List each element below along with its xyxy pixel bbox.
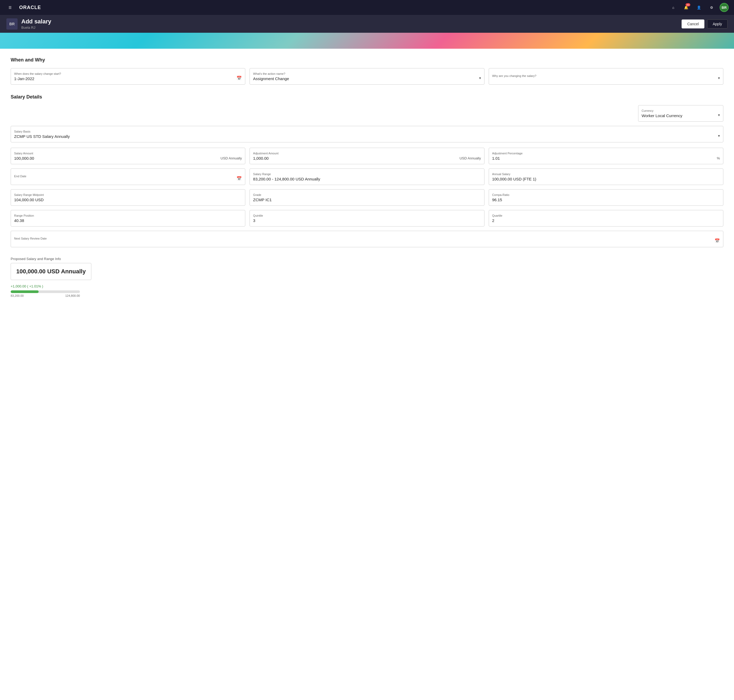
adjustment-pct-field[interactable]: Adjustment Percentage 1.01 % [489, 148, 723, 164]
progress-bar-fill [11, 290, 38, 293]
salary-amount-field[interactable]: Salary Amount 100,000.00 USD Annually [11, 148, 245, 164]
action-name-field[interactable]: What's the action name? Assignment Chang… [249, 68, 484, 85]
range-position-label: Range Position [14, 214, 242, 217]
salary-amount-value: 100,000.00 [14, 156, 34, 160]
profile-icon-button[interactable]: 👤 [694, 3, 704, 12]
grade-label: Grade [253, 193, 481, 196]
page-title: Add salary [21, 18, 52, 25]
currency-value: Worker Local Currency [641, 113, 720, 118]
settings-button[interactable]: ⚙ [707, 3, 716, 12]
proposed-salary-box: 100,000.00 USD Annually [11, 263, 91, 280]
proposed-salary-section: Proposed Salary and Range Info 100,000.0… [11, 257, 723, 297]
adjustment-amount-field[interactable]: Adjustment Amount 1,000.00 USD Annually [249, 148, 484, 164]
page-header: BR Add salary Buela RJ Cancel Apply [0, 15, 734, 33]
calendar-icon[interactable]: 📅 [236, 76, 242, 81]
calendar-icon[interactable]: 📅 [236, 176, 242, 181]
main-content: When and Why When does the salary change… [0, 49, 734, 700]
salary-amount-suffix: USD Annually [221, 156, 242, 160]
avatar[interactable]: BR [719, 3, 729, 12]
change-reason-label: Why are you changing the salary? [492, 74, 720, 78]
salary-range-progress: 83,200.00 124,800.00 [11, 290, 723, 297]
annual-salary-label: Annual Salary [492, 172, 720, 176]
next-salary-review-date-label: Next Salary Review Date [14, 237, 720, 240]
employee-name: Buela RJ [21, 25, 52, 29]
proposed-amount: 100,000.00 USD Annually [16, 268, 86, 275]
person-icon: 👤 [697, 6, 701, 10]
grade-field: Grade ZCMP IC1 [249, 189, 484, 206]
range-position-field: Range Position 40.38 [11, 210, 245, 226]
hamburger-menu-button[interactable]: ☰ [5, 3, 15, 12]
end-date-field[interactable]: End Date 📅 [11, 169, 245, 185]
quartile-label: Quartile [492, 214, 720, 217]
decorative-banner [0, 33, 734, 49]
salary-details-section: Salary Details Currency Worker Local Cur… [11, 94, 723, 247]
adjustment-amount-suffix: USD Annually [460, 156, 481, 160]
oracle-logo: ORACLE [19, 5, 41, 10]
adjustment-pct-suffix: % [717, 156, 720, 160]
gear-icon: ⚙ [710, 6, 713, 10]
home-icon: ⌂ [672, 6, 674, 10]
compa-ratio-field: Compa-Ratio 96.15 [489, 189, 723, 206]
when-and-why-title: When and Why [11, 57, 723, 63]
salary-range-value: 83,200.00 - 124,800.00 USD Annually [253, 177, 481, 181]
employee-badge: BR [6, 18, 18, 29]
notification-badge: 43 [685, 3, 690, 6]
proposed-change-text: +1,000.00 ( +1.01% ) [11, 284, 723, 288]
end-date-label: End Date [14, 175, 242, 178]
adjustment-pct-label: Adjustment Percentage [492, 152, 720, 155]
quartile-field: Quartile 2 [489, 210, 723, 226]
salary-basis-field[interactable]: Salary Basis ZCMP US STD Salary Annually… [11, 126, 723, 143]
next-salary-review-date-field[interactable]: Next Salary Review Date 📅 [11, 231, 723, 247]
grade-value: ZCMP IC1 [253, 197, 481, 202]
change-reason-field[interactable]: Why are you changing the salary? ▾ [489, 68, 723, 85]
adjustment-amount-value: 1,000.00 [253, 156, 268, 160]
quintile-field: Quintile 3 [249, 210, 484, 226]
quintile-value: 3 [253, 218, 481, 223]
salary-details-title: Salary Details [11, 94, 723, 100]
adjustment-pct-value: 1.01 [492, 156, 500, 160]
home-button[interactable]: ⌂ [669, 3, 678, 12]
salary-range-label: Salary Range [253, 172, 481, 176]
hamburger-icon: ☰ [9, 6, 12, 10]
notifications-button[interactable]: 🔔 43 [681, 3, 691, 12]
quartile-value: 2 [492, 218, 720, 223]
annual-salary-value: 100,000.00 USD (FTE 1) [492, 177, 720, 181]
progress-bar-track [11, 290, 80, 293]
quintile-label: Quintile [253, 214, 481, 217]
salary-range-midpoint-label: Salary Range Midpoint [14, 193, 242, 196]
calendar-icon[interactable]: 📅 [715, 238, 720, 243]
adjustment-amount-label: Adjustment Amount [253, 152, 481, 155]
action-name-label: What's the action name? [253, 72, 481, 75]
salary-amount-label: Salary Amount [14, 152, 242, 155]
start-date-label: When does the salary change start? [14, 72, 242, 75]
when-and-why-section: When and Why When does the salary change… [11, 57, 723, 85]
salary-range-midpoint-field: Salary Range Midpoint 104,000.00 USD [11, 189, 245, 206]
salary-range-midpoint-value: 104,000.00 USD [14, 197, 242, 202]
top-navigation: ☰ ORACLE ⌂ 🔔 43 👤 ⚙ BR [0, 0, 734, 15]
apply-button[interactable]: Apply [707, 19, 728, 28]
salary-basis-value: ZCMP US STD Salary Annually [14, 134, 720, 139]
start-date-value: 1-Jan-2022 [14, 76, 242, 81]
currency-field[interactable]: Currency Worker Local Currency ▾ [638, 105, 723, 122]
range-min-label: 83,200.00 [11, 294, 24, 297]
annual-salary-field: Annual Salary 100,000.00 USD (FTE 1) [489, 169, 723, 185]
compa-ratio-label: Compa-Ratio [492, 193, 720, 196]
action-name-value: Assignment Change [253, 76, 481, 81]
range-position-value: 40.38 [14, 218, 242, 223]
currency-label: Currency [641, 109, 720, 112]
compa-ratio-value: 96.15 [492, 197, 720, 202]
salary-range-field: Salary Range 83,200.00 - 124,800.00 USD … [249, 169, 484, 185]
proposed-salary-label: Proposed Salary and Range Info [11, 257, 723, 261]
cancel-button[interactable]: Cancel [681, 19, 705, 28]
range-max-label: 124,800.00 [65, 294, 80, 297]
start-date-field[interactable]: When does the salary change start? 1-Jan… [11, 68, 245, 85]
salary-basis-label: Salary Basis [14, 130, 720, 133]
